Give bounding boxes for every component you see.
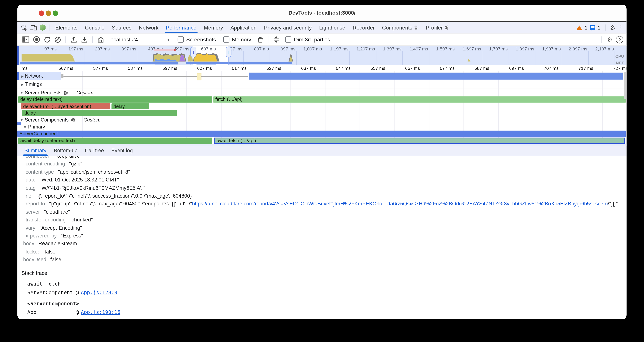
stack-frame-source-link[interactable]: App.js:190:16: [81, 308, 120, 317]
flame-bar[interactable]: delay: [22, 110, 177, 116]
load-profile-icon[interactable]: [69, 35, 78, 45]
ruler-tick: 617 ms: [223, 66, 256, 71]
screenshots-label: Screenshots: [186, 37, 216, 43]
tab-application[interactable]: Application: [227, 22, 260, 33]
summary-value: "{\"report_to\":\"cf-nel\",\"success_fra…: [36, 192, 194, 200]
dim-3rd-parties-checkbox[interactable]: Dim 3rd parties: [285, 37, 330, 43]
record-icon[interactable]: [32, 35, 41, 45]
ruler-tick: 627 ms: [258, 66, 290, 71]
tab-console[interactable]: Console: [81, 22, 108, 33]
stack-frame-source-link[interactable]: App.js:128:9: [81, 288, 117, 297]
inspect-icon[interactable]: [20, 24, 29, 32]
ruler-tick: 727 ms: [604, 66, 626, 71]
track-network[interactable]: ▶Network: [21, 73, 43, 79]
net-axis-label: NET: [616, 61, 624, 65]
summary-row: server"cloudflare": [22, 208, 622, 216]
memory-label: Memory: [232, 37, 251, 43]
network-request-bar[interactable]: [249, 73, 623, 80]
long-task-marker: [154, 49, 176, 51]
stack-frame-heading: await fetch: [27, 280, 622, 288]
divider-strip: [18, 144, 626, 146]
ruler-tick: ms: [22, 66, 28, 71]
tab-call-tree[interactable]: Call tree: [81, 146, 108, 156]
live-metrics-icon[interactable]: [96, 35, 105, 45]
tab-lighthouse[interactable]: Lighthouse: [316, 22, 349, 33]
capture-settings-icon[interactable]: ⚙: [607, 37, 612, 43]
tab-profiler[interactable]: Profiler: [422, 22, 452, 33]
help-icon[interactable]: ?: [616, 36, 623, 43]
timeline-overview[interactable]: 97 ms197 ms297 ms397 ms497 ms597 ms697 m…: [18, 46, 626, 65]
flame-bar[interactable]: ServerComponent: [18, 131, 626, 137]
screenshots-checkbox[interactable]: Screenshots: [178, 37, 216, 43]
report-to-link[interactable]: https://a.nel.cloudflare.com/report/v4?s…: [192, 201, 608, 207]
tab-memory[interactable]: Memory: [200, 22, 227, 33]
flame-bar[interactable]: fetch (…/api): [213, 96, 626, 103]
device-toolbar-icon[interactable]: [29, 24, 38, 32]
ruler-tick: 637 ms: [292, 66, 325, 71]
track-primary[interactable]: ▼Primary: [23, 124, 45, 130]
summary-row: date"Wed, 01 Oct 2025 18:32:01 GMT": [22, 176, 622, 184]
message-count[interactable]: 1: [598, 25, 600, 31]
network-activity-bar-secondary: [155, 64, 178, 65]
summary-key: body: [23, 240, 34, 248]
tab-summary[interactable]: Summary: [21, 146, 50, 156]
overview-tick-label: 1,297 ms: [348, 46, 375, 51]
node-icon[interactable]: [38, 24, 47, 32]
clear-icon[interactable]: [53, 35, 62, 45]
tab-bottom-up[interactable]: Bottom-up: [50, 146, 81, 156]
flame-bar[interactable]: await delay (deferred text): [18, 138, 212, 144]
save-profile-icon[interactable]: [80, 35, 89, 45]
overview-tick-label: 997 ms: [268, 46, 296, 51]
tab-event-log[interactable]: Event log: [108, 146, 136, 156]
separator: [92, 36, 93, 43]
selection-left-handle[interactable]: ‖: [190, 47, 196, 57]
collect-garbage-icon[interactable]: [255, 35, 265, 45]
summary-row: x-powered-by"Express": [22, 232, 622, 240]
tab-recorder[interactable]: Recorder: [349, 22, 378, 33]
collapse-tracks-icon[interactable]: [271, 35, 281, 45]
summary-key: nel: [26, 192, 32, 200]
warning-count[interactable]: 1: [585, 25, 588, 31]
track-timings[interactable]: ▶Timings: [21, 81, 42, 87]
track-server-components[interactable]: ▼Server Components — Custom: [20, 117, 100, 123]
cpu-axis-label: CPU: [615, 54, 624, 59]
selection-right-handle[interactable]: ‖: [226, 47, 231, 57]
summary-row: nel"{\"report_to\":\"cf-nel\",\"success_…: [22, 192, 622, 200]
flame-bar[interactable]: delay (deferred text): [18, 96, 212, 103]
ruler-tick: 597 ms: [154, 66, 186, 71]
network-request-marker[interactable]: [197, 73, 202, 80]
flame-chart-area[interactable]: ▶Network ▶Timings ▼Server Requests — Cus…: [18, 71, 626, 146]
overview-tick-label: 1,797 ms: [480, 46, 508, 51]
tab-sources[interactable]: Sources: [108, 22, 135, 33]
more-menu-icon[interactable]: ⋮: [618, 24, 624, 32]
track-server-requests[interactable]: ▼Server Requests — Custom: [20, 90, 94, 96]
show-ignore-listed-frames-link[interactable]: Show ignore-listed frames: [27, 318, 103, 319]
vertical-scrollbar[interactable]: [624, 72, 626, 99]
flame-bar[interactable]: await fetch (…/api): [214, 138, 625, 144]
tab-elements[interactable]: Elements: [52, 22, 81, 33]
atom-icon: [71, 118, 75, 122]
toggle-sidebar-icon[interactable]: [21, 35, 30, 45]
history-dropdown[interactable]: localhost #4 ▼: [110, 37, 170, 43]
summary-value: "chunked": [70, 216, 93, 224]
network-request-line: [64, 76, 248, 77]
settings-gear-icon[interactable]: ⚙: [610, 25, 616, 31]
stack-frame-function: App: [27, 308, 76, 317]
tab-privacy-and-security[interactable]: Privacy and security: [260, 22, 315, 33]
warning-icon[interactable]: [576, 25, 582, 30]
tab-performance[interactable]: Performance: [162, 22, 200, 33]
summary-key: content-type: [26, 168, 54, 176]
flame-bar[interactable]: delayedError (…ayed exception): [21, 103, 110, 109]
overview-tick-label: 2,197 ms: [587, 46, 614, 51]
tab-components[interactable]: Components: [378, 22, 422, 33]
summary-value: "cloudflare": [44, 208, 70, 216]
memory-checkbox[interactable]: Memory: [223, 37, 251, 43]
summary-key: locked: [26, 248, 40, 256]
message-icon[interactable]: [590, 25, 595, 30]
summary-value: "Accept-Encoding": [40, 224, 82, 232]
overview-tick-label: 1,997 ms: [534, 46, 561, 51]
record-and-reload-icon[interactable]: [42, 35, 52, 45]
tab-network[interactable]: Network: [135, 22, 162, 33]
flame-bar[interactable]: delay: [112, 103, 149, 109]
overview-tick-label: 1,597 ms: [428, 46, 455, 51]
